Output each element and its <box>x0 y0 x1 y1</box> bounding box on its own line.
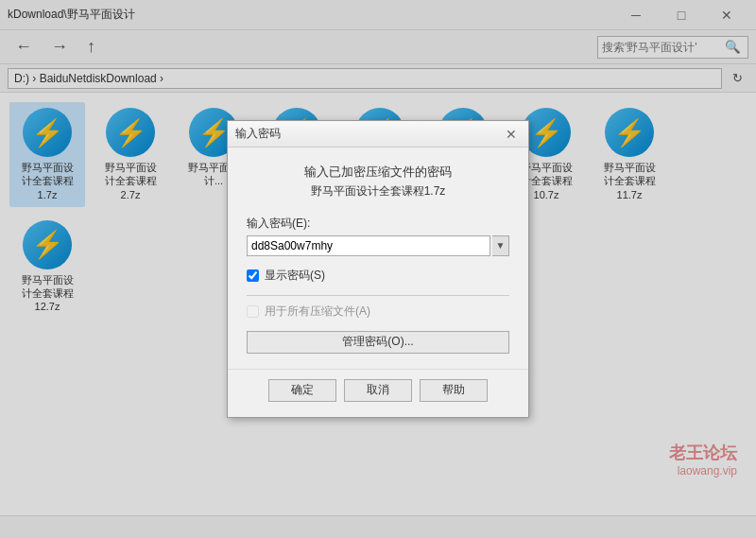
dialog-title-text: 输入密码 <box>235 126 502 142</box>
password-form-group: 输入密码(E): ▼ <box>247 216 509 256</box>
dialog-title-bar: 输入密码 ✕ <box>228 121 528 148</box>
dialog-overlay: 输入密码 ✕ 输入已加密压缩文件的密码 野马平面设计全套课程1.7z 输入密码(… <box>0 0 756 538</box>
use-for-all-row: 用于所有压缩文件(A) <box>247 304 509 320</box>
ok-button[interactable]: 确定 <box>268 379 336 402</box>
password-input[interactable] <box>247 235 490 256</box>
manage-password-button[interactable]: 管理密码(O)... <box>247 331 509 354</box>
help-button[interactable]: 帮助 <box>420 379 488 402</box>
cancel-button[interactable]: 取消 <box>344 379 412 402</box>
dialog-footer: 确定 取消 帮助 <box>228 369 528 417</box>
password-dialog: 输入密码 ✕ 输入已加密压缩文件的密码 野马平面设计全套课程1.7z 输入密码(… <box>227 120 529 418</box>
show-password-row: 显示密码(S) <box>247 268 509 284</box>
use-for-all-checkbox[interactable] <box>247 305 259 318</box>
password-dropdown-button[interactable]: ▼ <box>492 235 509 256</box>
show-password-checkbox[interactable] <box>247 269 259 282</box>
use-for-all-label: 用于所有压缩文件(A) <box>265 304 370 320</box>
dialog-header-title: 输入已加密压缩文件的密码 <box>247 163 509 182</box>
dialog-close-button[interactable]: ✕ <box>502 125 521 144</box>
divider <box>247 295 509 296</box>
dialog-body: 输入已加密压缩文件的密码 野马平面设计全套课程1.7z 输入密码(E): ▼ 显… <box>228 148 528 369</box>
show-password-label: 显示密码(S) <box>265 268 325 284</box>
dialog-header-sub: 野马平面设计全套课程1.7z <box>247 182 509 200</box>
dialog-header: 输入已加密压缩文件的密码 野马平面设计全套课程1.7z <box>247 163 509 200</box>
password-label: 输入密码(E): <box>247 216 509 232</box>
password-input-row: ▼ <box>247 235 509 256</box>
